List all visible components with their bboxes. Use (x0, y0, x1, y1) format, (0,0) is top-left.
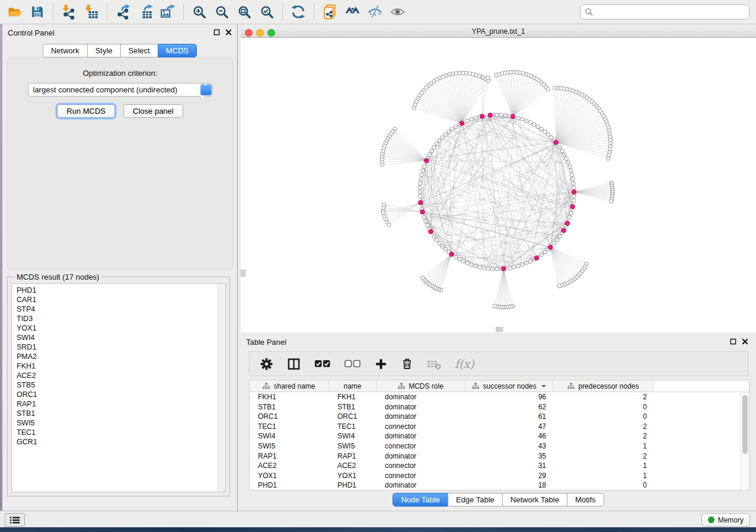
tab-style[interactable]: Style (87, 44, 121, 57)
table-cell[interactable]: 46 (465, 431, 553, 441)
float-panel-icon[interactable] (213, 29, 220, 36)
apply-layout-button[interactable] (287, 2, 310, 22)
unselect-all-checkboxes-button[interactable] (344, 360, 361, 368)
table-cell[interactable]: 1 (553, 471, 654, 481)
table-cell[interactable]: YOX1 (250, 471, 329, 481)
mcds-result-item[interactable]: ORC1 (17, 390, 225, 399)
splitter-handle-left[interactable] (241, 270, 245, 277)
mcds-result-item[interactable]: RAP1 (17, 399, 225, 409)
ndex-share-button[interactable] (318, 2, 341, 22)
mcds-result-list[interactable]: PHD1CAR1STP4TID3YOX1SWI4SRD1PMA2FKH1ACE2… (11, 283, 226, 492)
table-row[interactable]: PHD1PHD1dominator180 (250, 480, 749, 491)
window-close-icon[interactable] (245, 29, 253, 37)
splitter-handle-bottom[interactable] (496, 327, 503, 332)
mcds-result-item[interactable]: FKH1 (17, 361, 225, 371)
close-panel-button[interactable]: Close panel (123, 104, 183, 118)
save-session-button[interactable] (26, 2, 49, 22)
table-row[interactable]: SWI4SWI4dominator462 (250, 431, 749, 441)
zoom-out-button[interactable] (210, 2, 233, 22)
show-graphics-details-button[interactable] (386, 2, 409, 22)
table-cell[interactable]: dominator (377, 480, 465, 491)
zoom-in-button[interactable] (188, 2, 210, 22)
table-cell[interactable]: connector (377, 441, 465, 451)
export-table-button[interactable] (134, 2, 157, 22)
table-cell[interactable]: SWI4 (329, 431, 377, 441)
table-row[interactable]: ACE2ACE2connector311 (250, 461, 749, 471)
mcds-result-item[interactable]: ACE2 (17, 371, 225, 380)
column-header-successor-nodes[interactable]: successor nodes (465, 380, 553, 392)
mcds-result-item[interactable]: TEC1 (17, 428, 225, 437)
node-table[interactable]: shared namenameMCDS rolesuccessor nodesp… (249, 380, 749, 491)
close-panel-icon[interactable] (225, 29, 232, 36)
export-network-button[interactable] (111, 2, 134, 22)
table-scrollbar-thumb[interactable] (742, 395, 748, 454)
tab-edge-table[interactable]: Edge Table (448, 493, 503, 507)
table-cell[interactable]: FKH1 (329, 392, 377, 402)
tab-select[interactable]: Select (120, 44, 158, 57)
table-cell[interactable]: 0 (553, 402, 654, 412)
mcds-result-item[interactable]: STP4 (17, 305, 225, 314)
tab-network[interactable]: Network (43, 44, 88, 57)
run-mcds-button[interactable]: Run MCDS (57, 104, 115, 118)
zoom-selected-button[interactable] (256, 2, 278, 22)
table-cell[interactable]: 35 (465, 451, 553, 462)
table-cell[interactable]: TEC1 (329, 422, 377, 432)
table-cell[interactable]: dominator (377, 431, 465, 441)
table-row[interactable]: YOX1YOX1connector291 (250, 471, 749, 481)
mcds-result-item[interactable]: GCR1 (17, 437, 225, 447)
add-column-button[interactable] (375, 358, 387, 370)
table-cell[interactable]: SWI4 (250, 431, 329, 441)
table-cell[interactable]: 29 (465, 471, 553, 481)
tab-network-table[interactable]: Network Table (502, 493, 567, 507)
import-table-button[interactable] (80, 2, 103, 22)
table-cell[interactable]: STB1 (329, 402, 377, 412)
mcds-result-item[interactable]: PHD1 (17, 286, 225, 295)
table-cell[interactable]: 96 (465, 392, 553, 402)
table-cell[interactable]: 2 (553, 422, 654, 432)
select-stepper-icon[interactable] (200, 84, 212, 95)
tab-mcds[interactable]: MCDS (158, 44, 197, 57)
table-cell[interactable]: 31 (465, 461, 553, 471)
table-cell[interactable]: 62 (465, 402, 553, 412)
table-cell[interactable]: 0 (553, 412, 654, 422)
table-cell[interactable]: 47 (465, 422, 553, 432)
column-header-mcds-role[interactable]: MCDS role (377, 380, 465, 392)
network-canvas[interactable] (241, 38, 756, 332)
table-cell[interactable]: 1 (553, 441, 654, 451)
table-cell[interactable]: dominator (377, 451, 465, 462)
table-cell[interactable]: ORC1 (329, 412, 377, 422)
table-cell[interactable]: connector (377, 461, 465, 471)
close-panel-icon[interactable] (742, 338, 748, 345)
import-network-button[interactable] (58, 2, 80, 22)
table-cell[interactable]: YOX1 (329, 471, 377, 481)
select-all-checkboxes-button[interactable] (314, 360, 331, 368)
table-cell[interactable]: 61 (465, 412, 553, 422)
table-cell[interactable]: 18 (465, 480, 553, 491)
mcds-result-item[interactable]: PMA2 (17, 352, 225, 361)
tab-motifs[interactable]: Motifs (567, 493, 604, 507)
column-header-predecessor-nodes[interactable]: predecessor nodes (553, 380, 654, 392)
table-cell[interactable]: PHD1 (250, 480, 329, 491)
mcds-list-scrollbar[interactable] (218, 284, 225, 492)
mcds-result-item[interactable]: YOX1 (17, 323, 225, 333)
settings-gear-button[interactable] (260, 357, 273, 371)
table-cell[interactable]: FKH1 (250, 392, 329, 402)
table-cell[interactable]: connector (377, 471, 465, 481)
table-row[interactable]: ORC1ORC1dominator610 (250, 412, 749, 422)
table-cell[interactable]: 2 (553, 392, 654, 402)
tab-node-table[interactable]: Node Table (393, 493, 448, 507)
mcds-result-item[interactable]: TID3 (17, 314, 225, 323)
table-row[interactable]: FKH1FKH1dominator962 (250, 392, 749, 402)
zoom-fit-button[interactable] (233, 2, 256, 22)
column-header-name[interactable]: name (329, 380, 377, 392)
table-row[interactable]: RAP1RAP1dominator352 (250, 451, 749, 462)
table-row[interactable]: TEC1TEC1connector472 (250, 422, 749, 432)
table-cell[interactable]: 43 (465, 441, 553, 451)
table-cell[interactable]: SWI5 (250, 441, 329, 451)
table-scrollbar[interactable] (741, 392, 749, 490)
mcds-result-item[interactable]: SWI5 (17, 418, 225, 428)
table-cell[interactable]: RAP1 (329, 451, 377, 462)
table-cell[interactable]: PHD1 (329, 480, 377, 491)
network-search-input[interactable] (596, 5, 749, 18)
mcds-result-item[interactable]: SRD1 (17, 342, 225, 352)
